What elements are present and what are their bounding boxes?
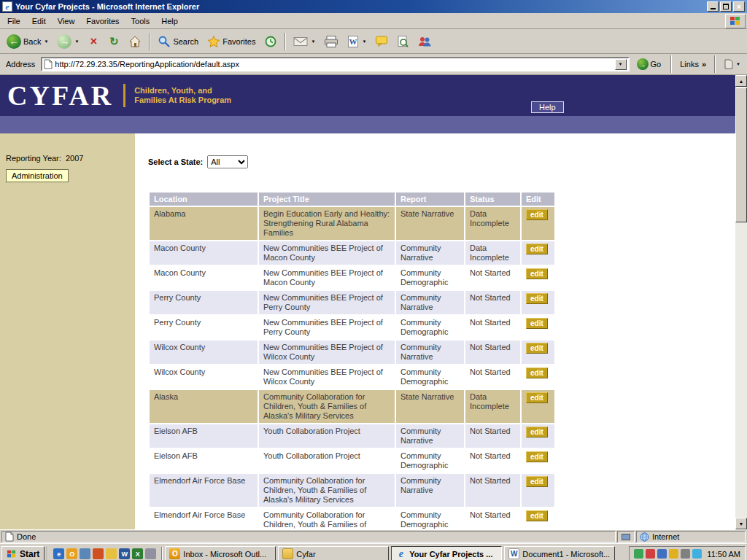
menu-item[interactable]: Help [155, 15, 184, 28]
refresh-button[interactable]: ↻ [104, 34, 123, 50]
quick-launch-icon[interactable] [106, 548, 117, 559]
reporting-year-value: 2007 [66, 154, 83, 163]
minimize-button[interactable] [707, 1, 719, 12]
cell-location: Alabama [150, 207, 258, 240]
forward-button[interactable]: → ▼ [53, 32, 82, 51]
messenger-icon [417, 36, 432, 47]
menu-item[interactable]: File [1, 15, 26, 28]
edit-dropdown-icon[interactable]: ▼ [362, 39, 366, 44]
edit-button[interactable]: edit [526, 209, 548, 220]
status-page-icon [5, 532, 14, 542]
research-button[interactable] [393, 33, 412, 50]
table-row: Eielson AFB Youth Collaboration Project … [150, 424, 554, 448]
history-button[interactable] [260, 33, 281, 50]
cell-status: Data Incomplete [465, 207, 520, 240]
address-input[interactable] [55, 60, 612, 69]
state-select[interactable]: All [207, 155, 248, 168]
home-button[interactable] [125, 33, 145, 50]
tray-icon[interactable] [681, 549, 690, 559]
tray-icon[interactable] [669, 549, 678, 559]
edit-button[interactable]: edit [526, 427, 548, 438]
menu-item[interactable]: Favorites [80, 15, 125, 28]
cell-location: Eielson AFB [150, 449, 258, 472]
cell-edit: edit [522, 266, 554, 289]
taskbar-task-button[interactable]: Your Cyfar Projects ... [391, 546, 502, 560]
quick-launch-icon[interactable] [93, 548, 104, 559]
messenger-button[interactable] [414, 34, 436, 50]
stop-button[interactable]: × [84, 34, 103, 50]
cell-project-title: Community Collaboration for Children, Yo… [259, 474, 395, 507]
scroll-up-button[interactable]: ▲ [735, 75, 747, 87]
menu-item[interactable]: View [52, 15, 81, 28]
back-button[interactable]: ← Back ▼ [3, 32, 52, 51]
task-label: Document1 - Microsoft... [522, 550, 610, 559]
edit-button[interactable]: edit [526, 451, 548, 462]
cell-project-title: Community Collaboration for Children, Yo… [259, 508, 395, 529]
favorites-button[interactable]: Favorites [204, 33, 259, 50]
administration-button[interactable]: Administration [6, 169, 69, 182]
status-bar: Done Internet [0, 529, 747, 543]
close-icon: × [737, 3, 741, 10]
tray-icon[interactable] [646, 549, 655, 559]
links-chevron-icon[interactable]: » [702, 60, 706, 69]
table-row: Elmendorf Air Force Base Community Colla… [150, 508, 554, 529]
edit-button[interactable]: edit [526, 268, 548, 279]
sidebar: Reporting Year: 2007 Administration [0, 133, 135, 529]
taskbar-task-button[interactable]: Inbox - Microsoft Outl... [165, 546, 276, 560]
edit-button[interactable]: edit [526, 244, 548, 254]
projects-table: LocationProject TitleReportStatusEdit Al… [148, 191, 556, 529]
table-body: Alabama Begin Education Early and Health… [150, 207, 554, 529]
edit-button[interactable]: edit [526, 293, 548, 304]
print-button[interactable] [320, 33, 342, 50]
cell-location: Wilcox County [150, 341, 258, 364]
tray-icon[interactable] [634, 549, 643, 559]
edit-button[interactable]: edit [526, 392, 548, 403]
mail-dropdown-icon[interactable]: ▼ [311, 39, 315, 44]
quick-launch-icon[interactable] [145, 548, 156, 559]
edit-button[interactable]: edit [526, 343, 548, 354]
forward-dropdown-icon[interactable]: ▼ [74, 39, 79, 44]
quick-launch-icon[interactable]: W [119, 548, 130, 559]
back-dropdown-icon[interactable]: ▼ [44, 39, 48, 44]
taskbar-task-button[interactable]: Document1 - Microsoft... [504, 546, 615, 560]
quick-launch-icon[interactable]: O [66, 548, 77, 559]
cell-report: Community Narrative [396, 341, 464, 364]
state-filter-label: Select a State: [148, 158, 203, 166]
mail-button[interactable]: ▼ [290, 34, 319, 50]
quick-launch-icon[interactable]: e [53, 548, 64, 559]
help-button[interactable]: Help [531, 101, 564, 113]
edit-button[interactable]: edit [526, 510, 548, 521]
menu-item[interactable]: Edit [26, 15, 52, 28]
scrollbar-thumb[interactable] [735, 88, 747, 222]
browser-viewport: CYFAR Children, Youth, and Families At R… [0, 75, 747, 529]
cell-status: Not Started [465, 266, 520, 289]
links-dropdown-icon[interactable]: ▼ [736, 62, 740, 66]
quick-launch-icon[interactable]: X [132, 548, 143, 559]
tray-icon[interactable] [657, 549, 667, 559]
links-toolbar[interactable]: Links » [677, 60, 709, 69]
menu-item[interactable]: Tools [125, 15, 156, 28]
edit-button[interactable]: edit [526, 368, 548, 378]
tray-icon[interactable] [692, 549, 702, 559]
address-dropdown-button[interactable]: ▼ [615, 59, 627, 70]
start-button[interactable]: Start [1, 546, 44, 560]
taskbar-task-button[interactable]: Cyfar [278, 546, 389, 560]
edit-with-word-button[interactable]: W ▼ [344, 33, 370, 50]
tray-icons [634, 549, 702, 559]
column-header: Edit [522, 192, 554, 206]
edit-button[interactable]: edit [526, 318, 548, 329]
cell-report: State Narrative [396, 207, 464, 240]
maximize-button[interactable] [720, 1, 732, 12]
window-titlebar: e Your Cyfar Projects - Microsoft Intern… [0, 0, 747, 13]
links-extra-button[interactable]: ▼ [721, 57, 744, 71]
start-label: Start [20, 549, 39, 559]
quick-launch-icon[interactable] [80, 548, 90, 559]
vertical-scrollbar[interactable]: ▲ ▼ [735, 75, 747, 529]
search-button[interactable]: Search [154, 33, 202, 50]
cell-status: Not Started [465, 474, 520, 507]
close-button[interactable]: × [733, 1, 745, 12]
discuss-button[interactable] [371, 33, 392, 50]
go-button[interactable]: → Go [632, 58, 666, 71]
scroll-down-button[interactable]: ▼ [735, 518, 747, 529]
edit-button[interactable]: edit [526, 476, 548, 487]
